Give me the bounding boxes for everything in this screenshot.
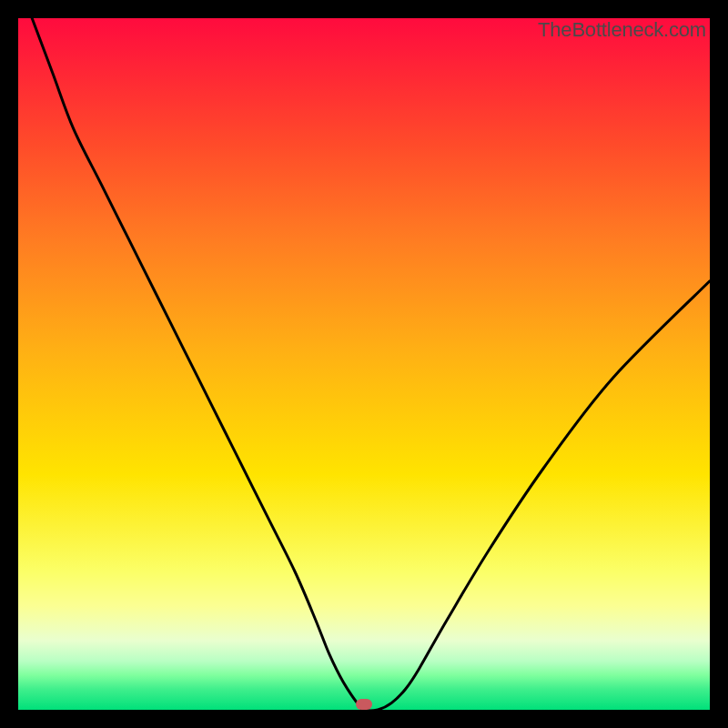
plot-area: TheBottleneck.com bbox=[18, 18, 710, 710]
chart-frame: TheBottleneck.com bbox=[0, 0, 728, 728]
bottleneck-curve bbox=[32, 18, 710, 711]
minimum-marker bbox=[356, 699, 372, 710]
curve-svg bbox=[18, 18, 710, 710]
